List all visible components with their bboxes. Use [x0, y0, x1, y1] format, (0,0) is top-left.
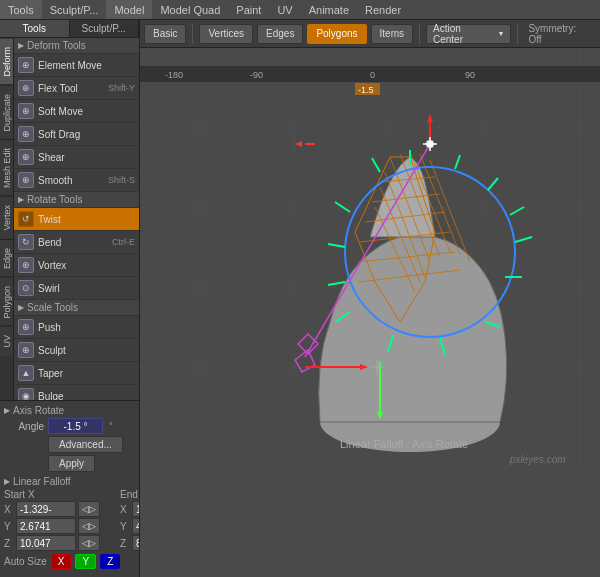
start-y-input[interactable] [16, 518, 76, 534]
tool-soft-move[interactable]: ⊕ Soft Move [14, 100, 139, 123]
section-deform-tools[interactable]: Deform Tools [14, 38, 139, 54]
apply-button[interactable]: Apply [48, 455, 95, 472]
sidebar-bottom-panels: Axis Rotate Angle ° Advanced... Apply Li… [0, 400, 139, 577]
start-x-badge[interactable]: ◁▷ [78, 501, 100, 517]
sidebar-with-vtabs: Deform Duplicate Mesh Edit Vertex Edge P… [0, 38, 139, 400]
menu-sculpt[interactable]: Sculpt/P... [42, 0, 107, 19]
tool-bend[interactable]: ↻ Bend Ctrl-E [14, 231, 139, 254]
start-x-input[interactable] [16, 501, 76, 517]
tool-swirl[interactable]: ⊙ Swirl [14, 277, 139, 300]
flex-icon: ⊕ [18, 80, 34, 96]
axis-x-button[interactable]: X [51, 554, 72, 569]
start-z-input[interactable] [16, 535, 76, 551]
shear-icon: ⊕ [18, 149, 34, 165]
axis-rotate-header[interactable]: Axis Rotate [4, 405, 135, 416]
polygons-btn[interactable]: Polygons [307, 24, 366, 44]
menu-render[interactable]: Render [357, 0, 409, 19]
top-menu-bar: Tools Sculpt/P... Model Model Quad Paint… [0, 0, 600, 20]
tool-sculpt-tool[interactable]: ⊕ Sculpt [14, 339, 139, 362]
basic-tab-btn[interactable]: Basic [144, 24, 186, 44]
angle-input[interactable] [48, 418, 103, 434]
svg-text:-1.5: -1.5 [358, 85, 374, 95]
vortex-icon: ⊛ [18, 257, 34, 273]
right-panel: Basic Vertices Edges Polygons Items Acti… [140, 20, 600, 577]
vtab-polygon[interactable]: Polygon [0, 277, 13, 327]
advanced-button[interactable]: Advanced... [48, 436, 123, 453]
smooth-icon: ⊕ [18, 172, 34, 188]
svg-text:-90: -90 [250, 70, 263, 80]
menu-uv[interactable]: UV [269, 0, 300, 19]
svg-text:90: 90 [465, 70, 475, 80]
tool-bulge[interactable]: ◉ Bulge [14, 385, 139, 400]
start-y-label: Y [4, 521, 14, 532]
advanced-row: Advanced... [4, 436, 135, 453]
end-x-row: X ◁▷ [120, 501, 140, 517]
start-col: Start X X ◁▷ Y ◁▷ Z [4, 489, 100, 552]
vtab-edge[interactable]: Edge [0, 239, 13, 277]
menu-paint[interactable]: Paint [228, 0, 269, 19]
smooth-shortcut: Shift-S [108, 175, 135, 185]
symmetry-label: Symmetry: Off [524, 23, 596, 45]
bend-shortcut: Ctrl-E [112, 237, 135, 247]
linear-falloff-header[interactable]: Linear Falloff [4, 476, 135, 487]
vtab-uv[interactable]: UV [0, 326, 13, 356]
menu-model[interactable]: Model [106, 0, 152, 19]
tool-push[interactable]: ⊕ Push [14, 316, 139, 339]
axis-rotate-section: Axis Rotate Angle ° Advanced... Apply [4, 405, 135, 472]
toolbar-divider-2 [419, 24, 420, 44]
toolbar-row: Basic Vertices Edges Polygons Items Acti… [140, 20, 600, 48]
toolbar-divider-1 [192, 24, 193, 44]
tool-label-taper: Taper [38, 368, 135, 379]
tab-tools[interactable]: Tools [0, 20, 70, 37]
end-y-input[interactable] [132, 518, 140, 534]
tool-element-move[interactable]: ⊕ Element Move [14, 54, 139, 77]
viewport: Front Shaded [140, 48, 600, 577]
vtab-deform[interactable]: Deform [0, 38, 13, 85]
vertices-btn[interactable]: Vertices [199, 24, 253, 44]
angle-unit: ° [109, 421, 113, 431]
edges-btn[interactable]: Edges [257, 24, 303, 44]
items-btn[interactable]: Items [371, 24, 413, 44]
tab-sculpt[interactable]: Sculpt/P... [70, 20, 140, 37]
tool-label-element-move: Element Move [38, 60, 135, 71]
end-z-label: Z [120, 538, 130, 549]
end-z-input[interactable] [132, 535, 140, 551]
tool-taper[interactable]: ▲ Taper [14, 362, 139, 385]
tool-twist[interactable]: ↺ Twist [14, 208, 139, 231]
menu-model-quad[interactable]: Model Quad [152, 0, 228, 19]
vtab-vertex[interactable]: Vertex [0, 196, 13, 239]
start-y-badge[interactable]: ◁▷ [78, 518, 100, 534]
tool-flex[interactable]: ⊕ Flex Tool Shift-Y [14, 77, 139, 100]
vtab-mesh-edit[interactable]: Mesh Edit [0, 139, 13, 196]
section-scale-tools[interactable]: Scale Tools [14, 300, 139, 316]
axis-z-button[interactable]: Z [100, 554, 120, 569]
end-col: End X X ◁▷ Y ◁▷ Z [120, 489, 140, 552]
sidebar-content: Deform Tools ⊕ Element Move ⊕ Flex Tool … [14, 38, 139, 400]
axis-y-button[interactable]: Y [75, 554, 96, 569]
svg-text:Linear Falloff : Axis Rotate: Linear Falloff : Axis Rotate [340, 438, 468, 450]
tool-label-push: Push [38, 322, 135, 333]
vertical-tabs: Deform Duplicate Mesh Edit Vertex Edge P… [0, 38, 14, 400]
tool-soft-drag[interactable]: ⊕ Soft Drag [14, 123, 139, 146]
menu-animate[interactable]: Animate [301, 0, 357, 19]
end-x-input[interactable] [132, 501, 140, 517]
menu-tools[interactable]: Tools [0, 0, 42, 19]
start-z-row: Z ◁▷ [4, 535, 100, 551]
action-center-dropdown[interactable]: Action Center [426, 24, 511, 44]
tool-label-shear: Shear [38, 152, 135, 163]
tool-vortex[interactable]: ⊛ Vortex [14, 254, 139, 277]
tool-smooth[interactable]: ⊕ Smooth Shift-S [14, 169, 139, 192]
left-sidebar: Tools Sculpt/P... Deform Duplicate Mesh … [0, 20, 140, 577]
toolbar-divider-3 [517, 24, 518, 44]
start-z-badge[interactable]: ◁▷ [78, 535, 100, 551]
angle-row: Angle ° [4, 418, 135, 434]
tool-label-bend: Bend [38, 237, 112, 248]
tool-label-vortex: Vortex [38, 260, 135, 271]
falloff-columns: Start X X ◁▷ Y ◁▷ Z [4, 489, 135, 552]
end-z-row: Z ◁▷ [120, 535, 140, 551]
vtab-duplicate[interactable]: Duplicate [0, 85, 13, 140]
tool-shear[interactable]: ⊕ Shear [14, 146, 139, 169]
section-rotate-tools[interactable]: Rotate Tools [14, 192, 139, 208]
tool-label-smooth: Smooth [38, 175, 108, 186]
twist-icon: ↺ [18, 211, 34, 227]
